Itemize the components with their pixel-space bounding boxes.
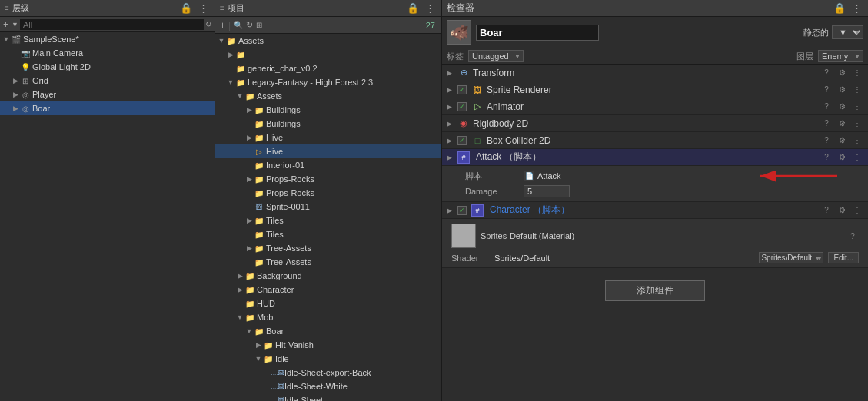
proj-item-assets[interactable]: ▼ 📁 Assets — [215, 34, 441, 48]
proj-item-hud[interactable]: 📁 HUD — [215, 297, 441, 310]
more-icon[interactable]: ⋮ — [851, 118, 863, 130]
enabled-checkbox[interactable]: ✓ — [457, 102, 467, 111]
proj-item-empty[interactable]: ▶ 📁 — [215, 48, 441, 61]
help-icon[interactable]: ? — [820, 204, 833, 217]
add-component-button[interactable]: 添加组件 — [605, 280, 705, 301]
component-rigidbody[interactable]: ▶ ◉ Rigidbody 2D ? ⚙ ⋮ — [442, 115, 868, 132]
project-view-btn[interactable]: ⊞ — [256, 21, 262, 29]
help-icon[interactable]: ? — [820, 84, 833, 96]
proj-item-mob[interactable]: ▼ 📁 Mob — [215, 310, 441, 324]
hierarchy-item-maincamera[interactable]: 📷 Main Camera — [0, 46, 215, 60]
proj-item-character[interactable]: ▶ 📁 Character — [215, 283, 441, 297]
project-add-btn[interactable]: + — [220, 20, 225, 31]
hierarchy-item-boar[interactable]: ▶ ◎ Boar — [0, 101, 215, 115]
hierarchy-item-grid[interactable]: ▶ ⊞ Grid — [0, 74, 215, 88]
proj-item-tree2[interactable]: 📁 Tree-Assets — [215, 255, 441, 269]
component-transform[interactable]: ▶ ⊕ Transform ? ⚙ ⋮ — [442, 65, 868, 81]
proj-item-assets2[interactable]: ▼ 📁 Assets — [215, 89, 441, 103]
damage-input[interactable] — [524, 185, 570, 197]
hierarchy-item-label: Boar — [32, 104, 215, 113]
tree-arrow: ▼ — [254, 354, 263, 363]
proj-item-hive-folder[interactable]: ▶ 📁 Hive — [215, 131, 441, 144]
shader-edit-btn[interactable]: Edit... — [828, 252, 859, 263]
proj-item-boar[interactable]: ▼ 📁 Boar — [215, 324, 441, 338]
component-boxcollider[interactable]: ▶ ✓ □ Box Collider 2D ? ⚙ ⋮ — [442, 132, 868, 149]
more-icon[interactable]: ⋮ — [851, 151, 863, 164]
component-attack[interactable]: ▶ # Attack （脚本） ? ⚙ ⋮ — [442, 149, 868, 166]
proj-item-props1[interactable]: ▶ 📁 Props-Rocks — [215, 172, 441, 186]
settings-icon[interactable]: ⚙ — [836, 101, 848, 113]
proj-item-tiles2[interactable]: 📁 Tiles — [215, 227, 441, 241]
tree-arrow — [244, 257, 254, 267]
component-sprite-renderer[interactable]: ▶ ✓ 🖼 Sprite Renderer ? ⚙ ⋮ — [442, 81, 868, 98]
help-icon[interactable]: ? — [820, 67, 833, 79]
help-icon[interactable]: ? — [846, 230, 859, 242]
component-actions: ? ⚙ ⋮ — [820, 134, 863, 147]
component-animator[interactable]: ▶ ✓ ▷ Animator ? ⚙ ⋮ — [442, 98, 868, 115]
tree-arrow — [11, 62, 20, 71]
object-name-input[interactable] — [476, 25, 599, 41]
proj-item-idle-folder[interactable]: ▼ 📁 Idle — [215, 352, 441, 366]
proj-item-buildings1[interactable]: ▶ 📁 Buildings — [215, 103, 441, 117]
hierarchy-item-samplescene[interactable]: ▼ 🎬 SampleScene* — [0, 32, 215, 46]
proj-item-label: Sprite-0011 — [266, 202, 441, 211]
settings-icon[interactable]: ⚙ — [836, 134, 848, 147]
proj-item-idle-back[interactable]: ....🖼 Idle-Sheet-export-Back — [215, 366, 441, 379]
component-character[interactable]: ▶ ✓ # Character （脚本） ? ⚙ ⋮ — [442, 202, 868, 219]
inspector-object-title: 🐗 静态的 ▼ — [442, 17, 868, 48]
hierarchy-search-input[interactable] — [20, 19, 204, 30]
tree-arrow: ▼ — [244, 326, 254, 336]
proj-item-props2[interactable]: 📁 Props-Rocks — [215, 186, 441, 200]
component-name: Character （脚本） — [490, 204, 817, 217]
enabled-checkbox[interactable]: ✓ — [457, 85, 467, 94]
project-menu-btn[interactable]: ⋮ — [423, 2, 437, 15]
help-icon[interactable]: ? — [820, 134, 833, 147]
proj-item-sprite[interactable]: 🖼 Sprite-0011 — [215, 200, 441, 214]
proj-item-hitvanish[interactable]: ▶ 📁 Hit-Vanish — [215, 338, 441, 352]
shader-dropdown[interactable]: Sprites/Default — [759, 252, 823, 263]
hierarchy-menu-btn[interactable]: ⋮ — [196, 2, 210, 15]
enabled-checkbox[interactable]: ✓ — [457, 136, 467, 145]
more-icon[interactable]: ⋮ — [851, 84, 863, 96]
more-icon[interactable]: ⋮ — [851, 101, 863, 113]
inspector-lock-btn[interactable]: 🔒 — [833, 2, 846, 15]
inspector-menu-btn[interactable]: ⋮ — [850, 2, 863, 15]
help-icon[interactable]: ? — [820, 151, 833, 164]
proj-item-interior[interactable]: 📁 Interior-01 — [215, 158, 441, 172]
tree-arrow — [244, 202, 254, 211]
settings-icon[interactable]: ⚙ — [836, 151, 848, 164]
hierarchy-item-globallight[interactable]: 💡 Global Light 2D — [0, 60, 215, 74]
settings-icon[interactable]: ⚙ — [836, 204, 848, 217]
proj-item-tree1[interactable]: ▶ 📁 Tree-Assets — [215, 241, 441, 255]
folder-icon: 📁 — [244, 298, 255, 309]
folder-icon: 📁 — [254, 104, 264, 115]
layer-dropdown[interactable]: Enemy — [818, 50, 863, 62]
hierarchy-add-btn[interactable]: + — [3, 19, 8, 30]
project-lock-btn[interactable]: 🔒 — [406, 2, 420, 15]
proj-item-hive-file[interactable]: ▷ Hive — [215, 144, 441, 158]
tag-dropdown[interactable]: Untagged — [468, 50, 524, 62]
proj-item-buildings2[interactable]: 📁 Buildings — [215, 117, 441, 131]
settings-icon[interactable]: ⚙ — [836, 118, 848, 130]
inspector-header-actions: 🔒 ⋮ — [833, 2, 863, 15]
help-icon[interactable]: ? — [820, 101, 833, 113]
settings-icon[interactable]: ⚙ — [836, 84, 848, 96]
proj-item-generic[interactable]: 📁 generic_char_v0.2 — [215, 61, 441, 75]
proj-item-background[interactable]: ▶ 📁 Background — [215, 269, 441, 283]
proj-item-idle-white[interactable]: ....🖼 Idle-Sheet-White — [215, 379, 441, 393]
settings-icon[interactable]: ⚙ — [836, 67, 848, 79]
proj-item-idle-sheet[interactable]: ....🖼 Idle-Sheet — [215, 393, 441, 401]
hierarchy-lock-btn[interactable]: 🔒 — [179, 2, 193, 15]
tree-arrow: ▶ — [254, 340, 263, 350]
more-icon[interactable]: ⋮ — [851, 67, 863, 79]
more-icon[interactable]: ⋮ — [851, 134, 863, 147]
enabled-checkbox[interactable]: ✓ — [457, 206, 467, 215]
proj-item-legacy[interactable]: ▼ 📁 Legacy-Fantasy - High Forest 2.3 — [215, 75, 441, 89]
help-icon[interactable]: ? — [820, 118, 833, 130]
tree-arrow — [226, 64, 235, 73]
proj-item-tiles1[interactable]: ▶ 📁 Tiles — [215, 214, 441, 227]
shader-value: Sprites/Default — [494, 254, 754, 263]
static-dropdown[interactable]: ▼ — [832, 25, 863, 39]
hierarchy-item-player[interactable]: ▶ ◎ Player — [0, 88, 215, 101]
more-icon[interactable]: ⋮ — [851, 204, 863, 217]
